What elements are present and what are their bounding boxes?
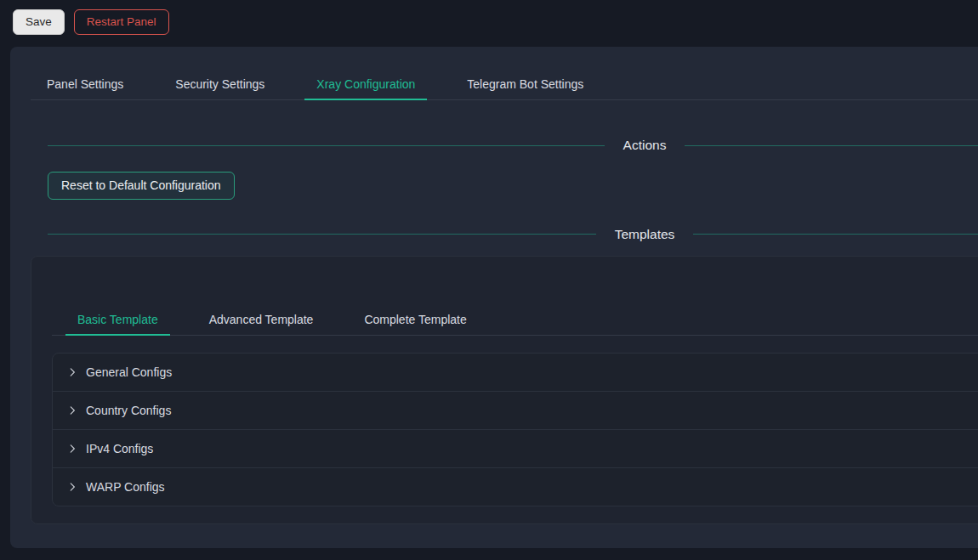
chevron-right-icon [66, 443, 78, 455]
tab-xray-configuration[interactable]: Xray Configuration [304, 69, 427, 99]
templates-divider-label: Templates [615, 227, 675, 242]
templates-divider: Templates [48, 227, 978, 242]
collapse-ipv4-configs[interactable]: IPv4 Configs [53, 430, 978, 468]
template-collapse-group: General Configs Country Configs IPv4 Con… [52, 353, 978, 506]
actions-divider-label: Actions [623, 138, 667, 153]
tab-security-settings[interactable]: Security Settings [163, 69, 276, 99]
toolbar: Save Restart Panel [0, 0, 978, 44]
template-tabs: Basic Template Advanced Template Complet… [52, 304, 978, 336]
templates-card: Basic Template Advanced Template Complet… [31, 256, 978, 524]
collapse-label: IPv4 Configs [86, 442, 153, 455]
collapse-country-configs[interactable]: Country Configs [53, 392, 978, 430]
save-button[interactable]: Save [13, 9, 65, 35]
tab-complete-template[interactable]: Complete Template [352, 304, 478, 335]
collapse-general-configs[interactable]: General Configs [53, 354, 978, 392]
tab-telegram-bot-settings[interactable]: Telegram Bot Settings [455, 69, 595, 99]
collapse-label: Country Configs [86, 404, 171, 417]
tab-basic-template[interactable]: Basic Template [65, 304, 170, 335]
chevron-right-icon [66, 481, 78, 493]
chevron-right-icon [66, 366, 78, 378]
collapse-label: General Configs [86, 365, 172, 379]
collapse-warp-configs[interactable]: WARP Configs [53, 468, 978, 506]
chevron-right-icon [66, 404, 78, 416]
settings-tabs: Panel Settings Security Settings Xray Co… [31, 69, 978, 100]
actions-divider: Actions [48, 138, 978, 153]
tab-panel-settings[interactable]: Panel Settings [35, 69, 135, 99]
settings-card: Panel Settings Security Settings Xray Co… [10, 47, 978, 548]
collapse-label: WARP Configs [86, 480, 165, 494]
restart-panel-button[interactable]: Restart Panel [74, 9, 169, 35]
reset-to-default-button[interactable]: Reset to Default Configuration [48, 172, 235, 200]
tab-advanced-template[interactable]: Advanced Template [197, 304, 326, 335]
